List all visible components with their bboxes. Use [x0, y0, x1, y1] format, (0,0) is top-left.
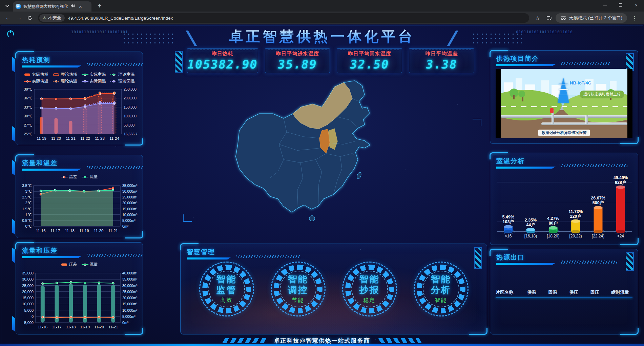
outlet-col-2: 回温 [548, 289, 569, 295]
svg-text:11-23: 11-23 [95, 136, 105, 140]
security-chip[interactable]: ⚠ 不安全 [39, 14, 65, 22]
side-deco [12, 248, 15, 263]
new-tab-button[interactable]: + [95, 2, 104, 10]
pipe [585, 115, 588, 124]
mgmt-ring-3[interactable]: 智能分析智能 [414, 262, 469, 316]
panel-title: 热源出口 [496, 253, 525, 262]
svg-text:11-17: 11-17 [50, 229, 60, 233]
heat-forecast-chart: 39℃250,00036℃200,00033℃150,00030℃100,000… [19, 87, 141, 144]
panel-project: 供热项目简介 NB-IoT/4G 运行状态实时发射上传 数据记录分析异常情 [490, 50, 638, 144]
legend-item-流量[interactable]: 流量 [82, 174, 98, 180]
svg-text:20,000m³: 20,000m³ [122, 296, 138, 300]
svg-text:0.5℃: 0.5℃ [22, 218, 32, 223]
svg-text:11.73%: 11.73% [568, 209, 583, 214]
legend-item-理论供温[interactable]: 理论供温 [53, 78, 77, 84]
legend-item-理论热耗[interactable]: 理论热耗 [53, 72, 77, 77]
window-maximize-button[interactable] [613, 0, 628, 10]
svg-text:11-18: 11-18 [65, 229, 75, 233]
svg-text:0: 0 [32, 314, 34, 319]
incognito-badge[interactable]: 无痕模式 (已打开 2 个窗口) [556, 13, 627, 23]
ring-tag: 高效 [221, 297, 233, 304]
dashboard-screen: 1010110101101110101101 01011010110111010… [0, 24, 644, 346]
svg-text:2.5℃: 2.5℃ [22, 195, 32, 199]
reload-button[interactable] [25, 13, 35, 23]
legend-item-流量[interactable]: 流量 [82, 262, 98, 267]
panel-title: 供热项目简介 [496, 54, 539, 63]
panel-heat-forecast: 热耗预测 实际热耗理论热耗实际室温理论室温实际供温理论供温实际回温理论回温 39… [16, 52, 143, 145]
legend-item-实际供温[interactable]: 实际供温 [24, 78, 48, 84]
legend-item-实际室温[interactable]: 实际室温 [82, 72, 106, 77]
tab-audio-icon[interactable] [70, 3, 75, 9]
ring-tag: 智能 [435, 297, 447, 304]
table-header-underline [496, 297, 632, 298]
legend-item-实际回温[interactable]: 实际回温 [82, 78, 106, 84]
china-map[interactable] [173, 68, 501, 239]
browser-tab[interactable]: 智慧物联网大数据可视化平 × [13, 1, 91, 12]
legend-label: 实际热耗 [32, 72, 48, 77]
legend-flow-tempdiff: 温差流量 [16, 174, 143, 180]
line-压差 [43, 317, 113, 318]
outlet-col-5: 瞬时流量 [611, 289, 632, 295]
legend-item-压差[interactable]: 压差 [61, 262, 77, 267]
address-bar[interactable]: ⚠ 不安全 49.4.54.96:8898/LR_CodeDemo/LargeS… [38, 13, 529, 23]
tower-label: NB-IoT/4G [570, 80, 591, 85]
flow-tempdiff-svg: 3.5℃35,000m³3℃30,000m³2.5℃25,000m³2℃20,0… [19, 184, 141, 235]
heat-forecast-svg: 39℃250,00036℃200,00033℃150,00030℃100,000… [19, 87, 141, 143]
side-deco [12, 316, 15, 332]
svg-text:928户: 928户 [615, 180, 626, 185]
browser-menu-icon[interactable]: ⋮ [628, 15, 641, 21]
forward-button[interactable]: → [14, 13, 24, 23]
svg-text:16,666.7: 16,666.7 [124, 132, 138, 136]
hatch-deco [626, 252, 634, 271]
svg-text:250,000: 250,000 [124, 87, 137, 91]
stat-label: 昨日平均进水温度 [276, 51, 319, 57]
outlet-table-header: 片区名称供温回温供压回压瞬时流量 [496, 289, 632, 295]
cylinder-[22,24) [594, 208, 603, 232]
mgmt-ring-2[interactable]: 智能抄报稳定 [342, 262, 397, 316]
window-close-button[interactable]: × [628, 0, 644, 10]
tab-search-chevron-icon[interactable] [2, 1, 12, 11]
legend-label: 流量 [90, 262, 98, 267]
warning-icon: ⚠ [43, 16, 46, 20]
tab-close-icon[interactable]: × [78, 3, 83, 10]
status-banner: 运行状态实时发射上传 [580, 91, 624, 98]
panel-room-temp: 室温分析 5.49%103户<162.35%44户[16,18)4.27%80户… [490, 153, 638, 245]
side-deco [12, 160, 15, 176]
media-control-icon[interactable] [544, 13, 554, 23]
pipe [541, 122, 627, 125]
side-deco [12, 57, 15, 73]
panel-title: 智慧管理 [187, 248, 215, 256]
back-button[interactable]: ← [3, 13, 13, 23]
project-video[interactable]: NB-IoT/4G 运行状态实时发射上传 数据记录分析异常情况报警 [496, 69, 632, 138]
svg-text:5,000m³: 5,000m³ [122, 218, 136, 223]
security-label: 不安全 [48, 15, 61, 21]
legend-label: 流量 [90, 174, 98, 180]
mgmt-ring-1[interactable]: 智能调控节能 [271, 262, 326, 316]
svg-text:80户: 80户 [549, 221, 558, 226]
svg-text:11-21: 11-21 [108, 229, 118, 233]
svg-text:11-24: 11-24 [109, 136, 119, 140]
outlet-col-1: 供温 [527, 289, 548, 295]
panel-flow-tempdiff: 流量和温差 温差流量 3.5℃35,000m³3℃30,000m³2.5℃25,… [16, 155, 143, 238]
window-minimize-button[interactable] [597, 0, 613, 10]
svg-text:11-20: 11-20 [51, 136, 61, 140]
legend-item-温差[interactable]: 温差 [61, 174, 77, 180]
legend-label: 温差 [69, 174, 77, 180]
svg-text:11-19: 11-19 [79, 229, 89, 233]
url-text: 49.4.54.96:8898/LR_CodeDemo/LargeScreen/… [68, 16, 173, 21]
room-temp-chart: 5.49%103户<162.35%44户[16,18)4.27%80户[18,2… [493, 169, 636, 244]
road [501, 106, 627, 107]
legend-label: 理论热耗 [61, 72, 77, 77]
legend-item-实际热耗[interactable]: 实际热耗 [24, 72, 48, 77]
legend-label: 实际供温 [32, 78, 48, 84]
svg-text:35,000m³: 35,000m³ [122, 277, 138, 281]
svg-text:11-17: 11-17 [52, 325, 62, 329]
legend-item-理论室温[interactable]: 理论室温 [110, 72, 135, 77]
legend-item-理论回温[interactable]: 理论回温 [110, 78, 135, 84]
svg-text:200,000: 200,000 [124, 96, 137, 100]
svg-text:26.67%: 26.67% [591, 196, 605, 200]
svg-text:25,000: 25,000 [22, 284, 34, 288]
mgmt-ring-0[interactable]: 智能监管高效 [199, 262, 254, 316]
ring-line1: 智能 [431, 274, 451, 284]
bookmark-star-icon[interactable]: ☆ [533, 13, 543, 23]
